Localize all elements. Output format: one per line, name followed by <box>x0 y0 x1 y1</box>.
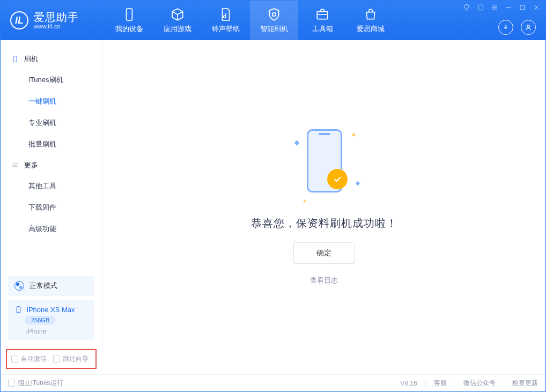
device-icon <box>122 8 136 21</box>
nav-apps-games[interactable]: 应用游戏 <box>153 1 202 40</box>
sidebar-item-other-tools[interactable]: 其他工具 <box>1 175 102 197</box>
confirm-button[interactable]: 确定 <box>293 242 355 264</box>
close-icon[interactable] <box>533 4 540 11</box>
sidebar-group-title: 刷机 <box>24 54 38 64</box>
checkbox-skip-guide[interactable]: 跳过向导 <box>53 354 88 364</box>
success-illustration <box>292 129 356 204</box>
support-link[interactable]: 客服 <box>434 379 447 388</box>
nav-label: 爱思商城 <box>357 24 385 34</box>
version-label: V8.16 <box>400 380 417 387</box>
nav-my-device[interactable]: 我的设备 <box>105 1 153 40</box>
sparkle-icon <box>356 181 360 186</box>
titlebar-controls <box>463 4 540 11</box>
music-file-icon <box>219 8 233 21</box>
theme-icon[interactable] <box>463 4 470 11</box>
sparkle-icon <box>352 133 356 137</box>
wechat-link[interactable]: 微信公众号 <box>463 379 496 388</box>
list-icon <box>11 161 19 169</box>
checkbox-block-itunes[interactable]: 阻止iTunes运行 <box>8 379 63 388</box>
nav-toolbox[interactable]: 工具箱 <box>298 1 346 40</box>
main-panel: 恭喜您，保资料刷机成功啦！ 确定 查看日志 <box>102 40 545 374</box>
bag-icon <box>364 8 378 21</box>
sidebar-item-download-firmware[interactable]: 下载固件 <box>1 197 102 218</box>
checkbox-icon <box>8 380 15 387</box>
sparkle-icon <box>303 199 306 203</box>
header-actions <box>498 20 536 35</box>
account-button[interactable] <box>521 20 536 35</box>
nav-label: 智能刷机 <box>260 24 288 34</box>
app-name-cn: 爱思助手 <box>34 12 79 23</box>
device-card[interactable]: iPhone XS Max 256GB iPhone <box>8 300 94 341</box>
svg-rect-3 <box>520 5 525 10</box>
svg-rect-1 <box>317 11 328 19</box>
sidebar: 刷机 iTunes刷机 一键刷机 专业刷机 批量刷机 更多 其他工具 下载固件 … <box>1 40 102 374</box>
svg-point-4 <box>527 25 530 28</box>
status-bar: 阻止iTunes运行 V8.16 | 客服 | 微信公众号 | 检查更新 <box>1 374 545 391</box>
sparkle-icon <box>294 140 300 146</box>
device-storage-badge: 256GB <box>25 316 55 324</box>
checkbox-label: 跳过向导 <box>63 354 88 364</box>
nav-smart-flash[interactable]: 智能刷机 <box>250 1 298 40</box>
separator: | <box>454 380 456 387</box>
phone-icon <box>14 306 23 314</box>
nav-label: 工具箱 <box>312 24 333 34</box>
app-name-en: www.i4.cn <box>34 24 79 29</box>
checkbox-label: 自动激活 <box>21 354 47 364</box>
maximize-icon[interactable] <box>519 4 526 11</box>
sidebar-item-pro-flash[interactable]: 专业刷机 <box>1 112 102 134</box>
checkbox-label: 阻止iTunes运行 <box>18 379 63 388</box>
device-name: iPhone XS Max <box>27 306 75 314</box>
flash-options-box: 自动激活 跳过向导 <box>6 349 97 369</box>
logo-text: 爱思助手 www.i4.cn <box>34 12 79 29</box>
cube-icon <box>171 8 185 21</box>
sidebar-group-more: 更多 <box>1 155 102 175</box>
checkbox-icon <box>53 356 60 363</box>
header: iL 爱思助手 www.i4.cn 我的设备 应用游戏 铃声壁纸 智能刷机 <box>1 1 545 40</box>
view-log-link[interactable]: 查看日志 <box>310 276 338 285</box>
sidebar-item-batch-flash[interactable]: 批量刷机 <box>1 134 102 155</box>
success-title: 恭喜您，保资料刷机成功啦！ <box>251 216 397 231</box>
separator: | <box>425 380 426 387</box>
device-mode-card[interactable]: 正常模式 <box>8 276 94 296</box>
checkbox-auto-activate[interactable]: 自动激活 <box>11 354 47 364</box>
check-update-link[interactable]: 检查更新 <box>512 379 538 388</box>
shield-refresh-icon <box>267 8 281 21</box>
mode-icon <box>14 281 24 291</box>
nav-label: 铃声壁纸 <box>212 24 240 34</box>
sidebar-scroll: 刷机 iTunes刷机 一键刷机 专业刷机 批量刷机 更多 其他工具 下载固件 … <box>1 40 102 271</box>
device-type: iPhone <box>26 328 88 335</box>
device-mode-label: 正常模式 <box>29 281 57 291</box>
svg-rect-0 <box>127 9 132 20</box>
svg-rect-2 <box>478 5 483 10</box>
statusbar-right: V8.16 | 客服 | 微信公众号 | 检查更新 <box>400 379 538 388</box>
body: 刷机 iTunes刷机 一键刷机 专业刷机 批量刷机 更多 其他工具 下载固件 … <box>1 40 545 374</box>
nav-store[interactable]: 爱思商城 <box>346 1 395 40</box>
nav-label: 应用游戏 <box>164 24 191 34</box>
phone-icon <box>11 55 19 63</box>
sidebar-item-itunes-flash[interactable]: iTunes刷机 <box>1 69 102 91</box>
main-nav: 我的设备 应用游戏 铃声壁纸 智能刷机 工具箱 爱思商城 <box>105 1 395 40</box>
minimize-icon[interactable] <box>505 4 512 11</box>
briefcase-icon <box>315 8 329 21</box>
sidebar-group-title: 更多 <box>24 160 38 170</box>
checkbox-icon <box>11 356 18 363</box>
sidebar-item-advanced[interactable]: 高级功能 <box>1 218 102 240</box>
sidebar-item-oneclick-flash[interactable]: 一键刷机 <box>1 91 102 112</box>
app-window: iL 爱思助手 www.i4.cn 我的设备 应用游戏 铃声壁纸 智能刷机 <box>0 0 546 392</box>
nav-ringtones-wallpapers[interactable]: 铃声壁纸 <box>202 1 250 40</box>
feedback-icon[interactable] <box>477 4 484 11</box>
nav-label: 我的设备 <box>115 24 143 34</box>
download-button[interactable] <box>498 20 513 35</box>
menu-icon[interactable] <box>491 4 498 11</box>
logo-icon: iL <box>10 11 28 29</box>
logo: iL 爱思助手 www.i4.cn <box>1 1 105 40</box>
sidebar-group-flash: 刷机 <box>1 49 102 69</box>
checkmark-badge-icon <box>327 169 348 189</box>
separator: | <box>503 380 505 387</box>
svg-rect-5 <box>13 56 17 62</box>
